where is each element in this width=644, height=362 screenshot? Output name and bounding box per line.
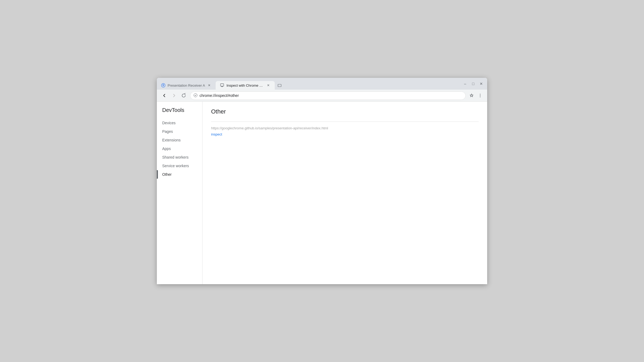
svg-point-9 [480,97,481,97]
sidebar-item-devices-label: Devices [162,121,176,125]
svg-rect-5 [278,84,281,87]
tab-inspect[interactable]: Inspect with Chrome Dev ✕ [216,81,275,90]
sidebar-item-other-label: Other [162,172,172,177]
more-button[interactable] [476,92,484,99]
page-heading: Other [211,108,479,115]
tab-presentation-title: Presentation Receiver A [168,83,205,87]
back-button[interactable] [160,91,169,100]
sidebar-item-pages-label: Pages [162,129,173,134]
tab-inspect-title: Inspect with Chrome Dev [226,83,264,87]
entry-inspect-link[interactable]: inspect [211,132,222,136]
svg-rect-2 [220,84,224,86]
sidebar-item-extensions[interactable]: Extensions [157,136,202,144]
window-controls: – □ ✕ [461,80,487,90]
minimize-button[interactable]: – [461,80,469,87]
sidebar-title: DevTools [157,107,202,119]
svg-point-8 [480,95,481,96]
url-highlight: inspect [215,93,227,98]
tab-presentation[interactable]: Presentation Receiver A ✕ [157,81,216,90]
sidebar-item-shared-workers-label: Shared workers [162,155,189,159]
title-bar: Presentation Receiver A ✕ Inspect with C… [157,78,487,90]
browser-content: DevTools Devices Pages Extensions Apps S… [157,102,487,284]
browser-window: Presentation Receiver A ✕ Inspect with C… [157,78,487,284]
sidebar: DevTools Devices Pages Extensions Apps S… [157,102,202,284]
url-prefix: chrome:// [200,93,215,98]
close-button[interactable]: ✕ [477,80,485,87]
new-tab-button[interactable] [276,82,283,90]
maximize-button[interactable]: □ [469,80,477,87]
entry-divider [211,122,479,122]
sidebar-item-pages[interactable]: Pages [157,127,202,136]
inspect-tab-icon [220,83,224,87]
secure-icon [194,93,197,98]
sidebar-item-shared-workers[interactable]: Shared workers [157,153,202,162]
sidebar-item-apps[interactable]: Apps [157,144,202,153]
address-actions [468,92,484,99]
svg-point-0 [161,83,165,87]
sidebar-item-other[interactable]: Other [157,170,202,179]
svg-point-7 [480,94,481,95]
reload-button[interactable] [179,91,188,100]
presentation-tab-icon [161,83,165,87]
sidebar-item-devices[interactable]: Devices [157,119,202,127]
tab-inspect-close[interactable]: ✕ [266,83,270,87]
svg-point-6 [194,93,197,97]
address-bar[interactable]: chrome://inspect/#other [190,92,466,100]
tab-presentation-close[interactable]: ✕ [207,83,211,87]
entry-url: https://googlechrome.github.io/samples/p… [211,126,479,130]
sidebar-item-apps-label: Apps [162,147,171,151]
svg-point-1 [163,84,164,85]
url-text: chrome://inspect/#other [200,93,462,98]
nav-bar: chrome://inspect/#other [157,90,487,102]
sidebar-item-service-workers-label: Service workers [162,164,189,168]
sidebar-item-extensions-label: Extensions [162,138,180,142]
main-panel: Other https://googlechrome.github.io/sam… [202,102,487,284]
sidebar-item-service-workers[interactable]: Service workers [157,162,202,170]
bookmark-button[interactable] [468,92,475,99]
url-suffix: /#other [227,93,239,98]
forward-button[interactable] [170,91,178,100]
